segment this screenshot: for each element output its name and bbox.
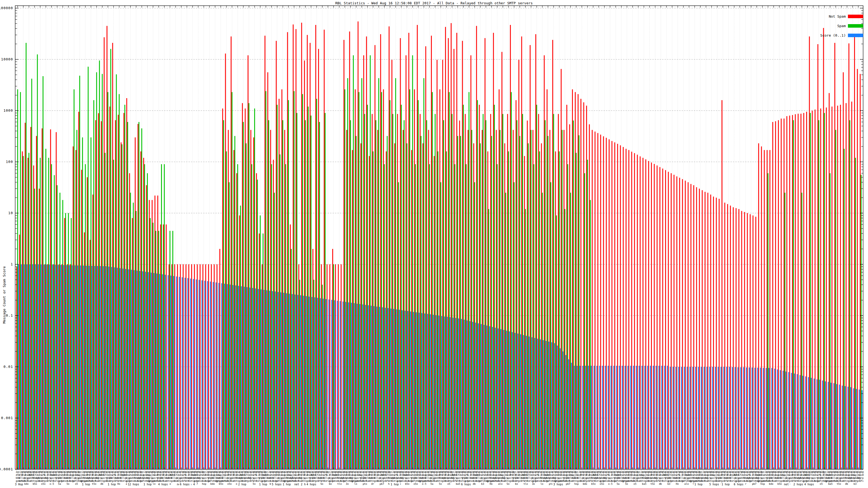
svg-text:pb: pb bbox=[413, 477, 416, 479]
svg-text:wp: wp bbox=[713, 474, 716, 476]
svg-text:alo: alo bbox=[498, 483, 502, 485]
svg-text:o5o: o5o bbox=[413, 483, 418, 485]
svg-text:bl: bl bbox=[425, 477, 428, 479]
svg-text:wp: wp bbox=[78, 474, 81, 476]
svg-text:1 hop: 1 hop bbox=[82, 483, 90, 486]
svg-text:Ho: Ho bbox=[117, 483, 120, 485]
svg-text:sp: sp bbox=[100, 477, 103, 479]
svg-text:tn: tn bbox=[236, 480, 239, 482]
svg-text:ps: ps bbox=[27, 477, 30, 479]
svg-text:0.001: 0.001 bbox=[1, 416, 13, 420]
svg-text:wp: wp bbox=[148, 474, 151, 476]
svg-text:2 hop: 2 hop bbox=[238, 483, 246, 486]
svg-text:ps: ps bbox=[332, 477, 335, 479]
svg-text:db: db bbox=[845, 483, 848, 485]
svg-text:0.1: 0.1 bbox=[6, 314, 13, 318]
svg-text:bl: bl bbox=[374, 477, 377, 479]
svg-text:pb: pb bbox=[820, 477, 823, 479]
svg-text:tn: tn bbox=[371, 480, 374, 482]
svg-text:o5: o5 bbox=[820, 483, 823, 485]
svg-text:5 hops: 5 hops bbox=[709, 483, 719, 486]
svg-text:tlo: tlo bbox=[337, 483, 342, 485]
svg-text:nb: nb bbox=[106, 474, 109, 476]
svg-text:ws8: ws8 bbox=[859, 474, 864, 476]
svg-text:db: db bbox=[100, 483, 103, 485]
chart-title: RBL Statistics - Wed Aug 16 12:58:08 EDT… bbox=[0, 1, 868, 5]
svg-text:Ho: Ho bbox=[490, 483, 493, 485]
svg-text:b5o: b5o bbox=[405, 483, 409, 485]
svg-text:ps: ps bbox=[586, 477, 589, 479]
svg-text:ps: ps bbox=[179, 477, 182, 479]
svg-text:5o: 5o bbox=[625, 483, 628, 485]
svg-text:b7: b7 bbox=[103, 474, 106, 476]
svg-text:bl: bl bbox=[475, 477, 478, 479]
spam-swatch bbox=[848, 24, 863, 28]
svg-text:ps: ps bbox=[230, 477, 233, 479]
svg-text:nb: nb bbox=[600, 474, 603, 476]
svg-text:bl: bl bbox=[323, 477, 326, 479]
legend-label-score: Score (0..1) bbox=[820, 33, 846, 37]
svg-text:sp: sp bbox=[50, 477, 53, 479]
svg-text:bde: bde bbox=[211, 483, 215, 485]
svg-text:wp: wp bbox=[783, 474, 786, 476]
svg-text:5a: 5a bbox=[431, 483, 433, 485]
svg-text:nb: nb bbox=[35, 474, 38, 476]
svg-text:ge: ge bbox=[72, 480, 75, 482]
svg-text:b3: b3 bbox=[854, 483, 857, 485]
svg-text:tn: tn bbox=[777, 480, 780, 482]
legend-row-not-spam: Not Spam bbox=[820, 13, 863, 20]
svg-text:0.01: 0.01 bbox=[3, 365, 13, 369]
svg-text:ps: ps bbox=[129, 477, 131, 479]
svg-text:lo: lo bbox=[540, 483, 543, 485]
svg-text:wp: wp bbox=[360, 474, 363, 476]
svg-text:ge: ge bbox=[140, 480, 143, 482]
svg-text:sp: sp bbox=[151, 477, 154, 479]
rbl-statistics-chart: 1000001000010001001010.10.010.0010.00012… bbox=[0, 0, 868, 488]
svg-text:b7: b7 bbox=[667, 474, 670, 476]
svg-text:tn: tn bbox=[33, 480, 35, 482]
svg-text:1: 1 bbox=[10, 262, 13, 266]
svg-text:0.0001: 0.0001 bbox=[0, 467, 13, 471]
svg-text:bde: bde bbox=[583, 483, 587, 485]
svg-text:1 hop: 1 hop bbox=[283, 483, 291, 486]
svg-text:Ho: Ho bbox=[676, 483, 679, 485]
svg-text:b7: b7 bbox=[33, 474, 35, 476]
svg-text:6 hops: 6 hops bbox=[734, 483, 744, 486]
svg-text:ps: ps bbox=[839, 477, 842, 479]
svg-text:ps: ps bbox=[637, 477, 639, 479]
svg-text:pb: pb bbox=[261, 477, 264, 479]
svg-text:bl: bl bbox=[679, 477, 682, 479]
svg-text:sp: sp bbox=[354, 477, 357, 479]
svg-text:pb: pb bbox=[312, 477, 315, 479]
svg-text:ge: ge bbox=[343, 480, 346, 482]
svg-text:pb: pb bbox=[566, 477, 569, 479]
svg-text:sp: sp bbox=[659, 477, 662, 479]
svg-text:db: db bbox=[473, 483, 476, 485]
svg-text:ps: ps bbox=[484, 477, 487, 479]
svg-text:db: db bbox=[659, 483, 662, 485]
svg-text:ps: ps bbox=[738, 477, 741, 479]
svg-text:pb: pb bbox=[769, 477, 772, 479]
svg-text:sp: sp bbox=[710, 477, 713, 479]
svg-text:(3@: (3@ bbox=[859, 470, 864, 474]
svg-text:bl: bl bbox=[19, 477, 22, 479]
score-swatch bbox=[848, 34, 863, 37]
svg-text:4 hops: 4 hops bbox=[158, 483, 168, 486]
svg-text:So: So bbox=[507, 483, 510, 485]
svg-text:b7: b7 bbox=[456, 474, 459, 476]
svg-text:5o: 5o bbox=[253, 483, 256, 485]
svg-text:3 hops: 3 hops bbox=[553, 483, 563, 486]
svg-text:bl: bl bbox=[171, 477, 174, 479]
svg-text:b7: b7 bbox=[244, 474, 247, 476]
svg-text:nb: nb bbox=[811, 474, 814, 476]
svg-text:ps: ps bbox=[789, 477, 792, 479]
svg-text:o5o: o5o bbox=[227, 483, 231, 485]
legend-label-spam: Spam bbox=[837, 24, 846, 28]
svg-text:bl: bl bbox=[272, 477, 275, 479]
svg-text:b7: b7 bbox=[385, 474, 388, 476]
svg-text:wp: wp bbox=[642, 474, 645, 476]
svg-text:5 hops: 5 hops bbox=[272, 483, 282, 486]
svg-text:o5o: o5o bbox=[41, 483, 45, 485]
svg-text:1 hop: 1 hop bbox=[721, 483, 730, 486]
svg-text:ge: ge bbox=[749, 480, 752, 482]
